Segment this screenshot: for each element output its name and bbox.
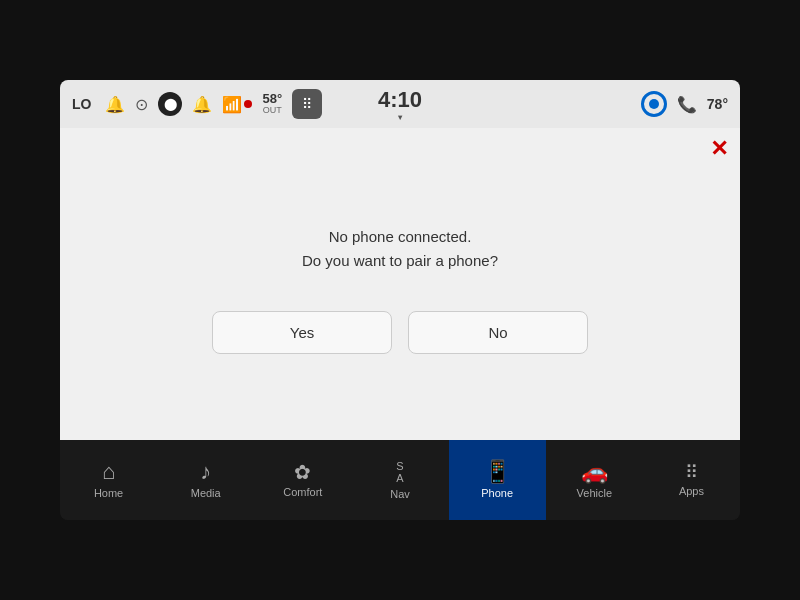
yes-button[interactable]: Yes bbox=[212, 311, 392, 354]
nav-vehicle-label: Vehicle bbox=[577, 487, 612, 499]
nav-comfort[interactable]: ✿ Comfort bbox=[254, 440, 351, 520]
nav-home[interactable]: ⌂ Home bbox=[60, 440, 157, 520]
apps-icon: ⠿ bbox=[685, 463, 698, 481]
phone-nav-icon: 📱 bbox=[484, 461, 511, 483]
lo-indicator: LO bbox=[72, 96, 91, 112]
dialog-wrapper: ✕ No phone connected. Do you want to pai… bbox=[60, 128, 740, 440]
nav-comfort-label: Comfort bbox=[283, 486, 322, 498]
close-button[interactable]: ✕ bbox=[710, 138, 728, 160]
home-icon: ⌂ bbox=[102, 461, 115, 483]
media-icon: ♪ bbox=[200, 461, 211, 483]
inside-temp: 78° bbox=[707, 96, 728, 112]
mic-indicator bbox=[649, 99, 659, 109]
main-screen: LO 🔔 ⊙ ⬤ 🔔 📶 58° OUT 4:10 ▾ bbox=[60, 80, 740, 520]
nav-home-label: Home bbox=[94, 487, 123, 499]
nav-stack-label: S A bbox=[396, 460, 403, 484]
nav-apps[interactable]: ⠿ Apps bbox=[643, 440, 740, 520]
phone-call-icon: 📞 bbox=[677, 95, 697, 114]
media-status-icon: ⊙ bbox=[135, 95, 148, 114]
apps-grid-button[interactable]: ⠿ bbox=[292, 89, 322, 119]
status-right-group: 📞 78° bbox=[641, 91, 728, 117]
nav-apps-label: Apps bbox=[679, 485, 704, 497]
nav-phone[interactable]: 📱 Phone bbox=[449, 440, 546, 520]
active-icon: ⬤ bbox=[158, 92, 182, 116]
nav-nav[interactable]: S A Nav bbox=[351, 440, 448, 520]
clock: 4:10 ▾ bbox=[378, 87, 422, 122]
vehicle-icon: 🚗 bbox=[581, 461, 608, 483]
nav-phone-label: Phone bbox=[481, 487, 513, 499]
notification-icon: 🔔 bbox=[192, 95, 212, 114]
bottom-nav: ⌂ Home ♪ Media ✿ Comfort S A Nav 📱 Ph bbox=[60, 440, 740, 520]
dialog-buttons: Yes No bbox=[60, 311, 740, 354]
status-bar: LO 🔔 ⊙ ⬤ 🔔 📶 58° OUT 4:10 ▾ bbox=[60, 80, 740, 128]
outside-temp: 58° OUT bbox=[262, 92, 282, 116]
nav-media-label: Media bbox=[191, 487, 221, 499]
dialog-line1: No phone connected. bbox=[60, 225, 740, 249]
nav-nav-label: Nav bbox=[390, 488, 410, 500]
phone-status-icon: 🔔 bbox=[105, 95, 125, 114]
dialog-line2: Do you want to pair a phone? bbox=[60, 249, 740, 273]
grid-icon: ⠿ bbox=[302, 96, 312, 112]
nav-media[interactable]: ♪ Media bbox=[157, 440, 254, 520]
dialog-message: No phone connected. Do you want to pair … bbox=[60, 225, 740, 273]
wifi-alert-dot bbox=[244, 100, 252, 108]
voice-icon[interactable] bbox=[641, 91, 667, 117]
no-button[interactable]: No bbox=[408, 311, 588, 354]
comfort-icon: ✿ bbox=[294, 462, 311, 482]
wifi-icon: 📶 bbox=[222, 95, 252, 114]
nav-vehicle[interactable]: 🚗 Vehicle bbox=[546, 440, 643, 520]
